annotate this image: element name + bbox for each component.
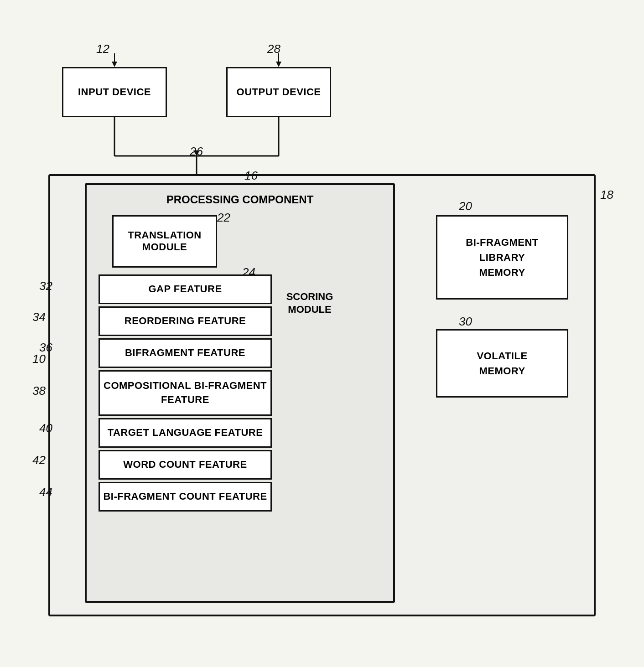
ref-38: 38 (32, 384, 46, 398)
ref-26: 26 (190, 145, 203, 159)
svg-marker-19 (112, 62, 117, 67)
processing-component-label: PROCESSING COMPONENT (87, 193, 393, 206)
input-device-box: INPUT DEVICE (62, 67, 167, 117)
svg-marker-21 (276, 62, 281, 67)
arrow-12 (110, 53, 119, 67)
gap-feature-box: GAP FEATURE (99, 274, 272, 304)
reordering-feature-box: REORDERING FEATURE (99, 306, 272, 336)
ref-32: 32 (39, 279, 52, 293)
ref-30: 30 (459, 315, 472, 329)
ref-34: 34 (32, 310, 46, 324)
ref-22: 22 (217, 211, 230, 225)
ref-40: 40 (39, 421, 52, 435)
target-language-feature-box: TARGET LANGUAGE FEATURE (99, 418, 272, 448)
bi-fragment-library-box: BI-FRAGMENT LIBRARY MEMORY (436, 215, 568, 300)
output-device-box: OUTPUT DEVICE (226, 67, 331, 117)
translation-module-box: TRANSLATION MODULE (112, 215, 217, 268)
ref-20: 20 (459, 199, 472, 213)
ref-36: 36 (39, 341, 52, 355)
bi-fragment-count-feature-box: BI-FRAGMENT COUNT FEATURE (99, 482, 272, 512)
scoring-module-label: SCORING MODULE (275, 290, 344, 316)
word-count-feature-box: WORD COUNT FEATURE (99, 450, 272, 480)
arrow-28 (274, 53, 283, 67)
ref-42: 42 (32, 453, 46, 467)
compositional-feature-box: COMPOSITIONAL BI-FRAGMENT FEATURE (99, 370, 272, 416)
ref-44: 44 (39, 485, 52, 499)
ref-18: 18 (600, 188, 613, 202)
volatile-memory-box: VOLATILE MEMORY (436, 329, 568, 398)
ref-12: 12 (96, 42, 109, 56)
diagram: 12 28 INPUT DEVICE OUTPUT DEVICE 26 18 1… (26, 19, 618, 648)
bifragment-feature-box: BIFRAGMENT FEATURE (99, 338, 272, 368)
ref-16: 16 (244, 169, 258, 183)
